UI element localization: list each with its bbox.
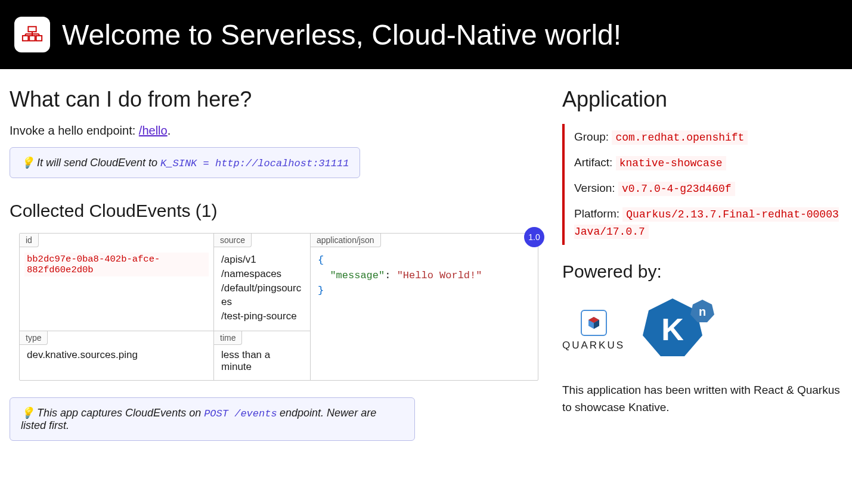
label-source: source xyxy=(214,234,252,247)
app-logo-icon xyxy=(14,17,50,52)
knative-logo-icon: K n xyxy=(637,294,720,368)
tip-events-capture: 💡 This app captures CloudEvents on POST … xyxy=(10,397,415,441)
events-heading: Collected CloudEvents (1) xyxy=(10,201,538,221)
quarkus-logo-icon: QUARKUS xyxy=(562,310,625,351)
label-id: id xyxy=(20,234,39,247)
label-time: time xyxy=(214,331,242,345)
svg-rect-3 xyxy=(36,36,42,41)
main-heading: What can I do from here? xyxy=(10,87,538,112)
app-group: Group: com.redhat.openshift xyxy=(574,129,842,146)
intro-text: Invoke a hello endpoint: /hello. xyxy=(10,124,538,138)
label-content-type: application/json xyxy=(311,234,381,247)
app-info: Group: com.redhat.openshift Artifact: kn… xyxy=(562,124,842,245)
event-id: bb2dc97e-0ba8-402b-afce-882fd60e2d0b xyxy=(24,253,209,276)
sidebar-heading: Application xyxy=(562,87,842,112)
svg-text:n: n xyxy=(699,305,706,318)
logos: QUARKUS K n xyxy=(562,294,842,368)
k-sink-code: K_SINK = http://localhost:31111 xyxy=(160,158,349,169)
powered-heading: Powered by: xyxy=(562,262,842,282)
event-type: dev.knative.sources.ping xyxy=(20,331,213,368)
svg-rect-0 xyxy=(28,27,36,32)
main-content: What can I do from here? Invoke a hello … xyxy=(10,87,538,447)
app-description: This application has been written with R… xyxy=(562,382,842,416)
app-platform: Platform: Quarkus/2.13.7.Final-redhat-00… xyxy=(574,206,842,240)
app-version: Version: v0.7.0-4-g23d460f xyxy=(574,180,842,197)
sidebar: Application Group: com.redhat.openshift … xyxy=(562,87,842,447)
header: Welcome to Serverless, Cloud-Native worl… xyxy=(0,0,852,69)
spec-version-badge: 1.0 xyxy=(524,227,544,247)
page-title: Welcome to Serverless, Cloud-Native worl… xyxy=(62,18,621,51)
svg-text:K: K xyxy=(661,312,684,347)
post-events-code: POST /events xyxy=(204,408,277,419)
svg-rect-2 xyxy=(29,36,35,41)
tip-cloudevent: 💡 It will send CloudEvent to K_SINK = ht… xyxy=(10,147,360,178)
event-source: /apis/v1 /namespaces /default/pingsource… xyxy=(214,234,310,331)
app-artifact: Artifact: knative-showcase xyxy=(574,154,842,172)
hello-link[interactable]: /hello xyxy=(139,124,168,137)
events-container: 1.0 id bb2dc97e-0ba8-402b-afce-882fd60e2… xyxy=(19,233,538,381)
svg-rect-1 xyxy=(23,36,29,41)
events-table: id bb2dc97e-0ba8-402b-afce-882fd60e2d0b … xyxy=(19,233,538,381)
label-type: type xyxy=(20,331,48,345)
